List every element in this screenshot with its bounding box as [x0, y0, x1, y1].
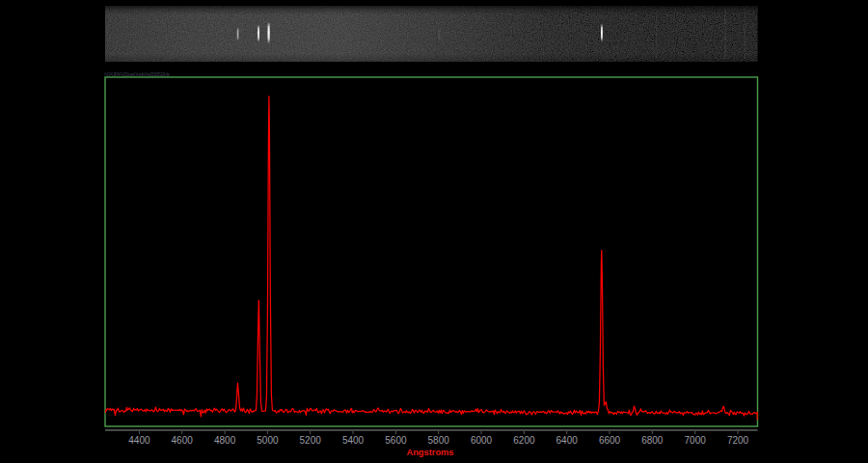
svg-text:Angstroms: Angstroms	[406, 448, 453, 457]
svg-text:4800: 4800	[214, 435, 236, 446]
svg-text:5800: 5800	[428, 435, 450, 446]
svg-text:7000: 7000	[685, 435, 707, 446]
svg-text:5000: 5000	[257, 435, 279, 446]
svg-text:5400: 5400	[342, 435, 365, 446]
svg-text:6000: 6000	[471, 435, 493, 446]
svg-text:NOAO/IRAF V2.16 user@node Wed: NOAO/IRAF V2.16 user@node Wed 21:30:05 1…	[104, 71, 170, 77]
svg-text:6400: 6400	[556, 435, 579, 446]
svg-text:4400: 4400	[128, 435, 150, 446]
svg-text:6200: 6200	[513, 435, 535, 446]
svg-text:6600: 6600	[599, 435, 621, 446]
svg-text:4600: 4600	[172, 435, 194, 446]
svg-text:6800: 6800	[641, 435, 664, 446]
svg-text:5200: 5200	[300, 435, 322, 446]
svg-text:5600: 5600	[385, 435, 407, 446]
svg-text:7200: 7200	[727, 435, 749, 446]
